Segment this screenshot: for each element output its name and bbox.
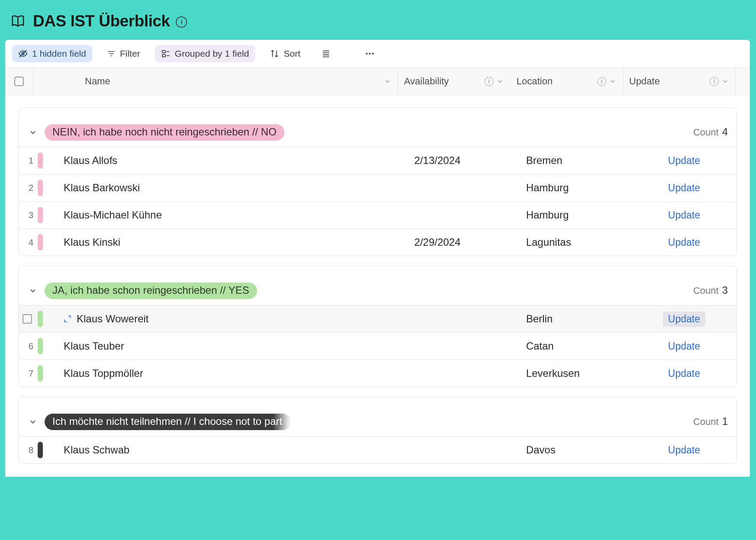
update-cell: Update <box>632 180 737 196</box>
location-cell[interactable]: Hamburg <box>520 182 632 194</box>
expand-record-icon[interactable] <box>64 315 71 323</box>
update-button[interactable]: Update <box>663 312 705 327</box>
group-header: STATUSNEIN, ich habe noch nicht reingesc… <box>19 108 737 147</box>
header-location-label: Location <box>517 76 552 87</box>
more-menu-button[interactable] <box>359 45 381 62</box>
table-row[interactable]: 7Klaus ToppmöllerLeverkusenUpdate <box>19 360 737 387</box>
status-color-bar <box>38 180 43 196</box>
location-cell[interactable]: Hamburg <box>520 209 632 221</box>
update-cell: Update <box>632 312 737 327</box>
header-name[interactable]: Name <box>33 68 398 95</box>
name-cell[interactable]: Klaus Wowereit <box>43 313 358 325</box>
group-header: STATUSIch möchte nicht teilnehmen // I c… <box>19 397 737 436</box>
group-block: STATUSJA, ich habe schon reingeschrieben… <box>18 266 737 387</box>
update-cell: Update <box>632 208 737 223</box>
sort-label: Sort <box>284 48 300 59</box>
info-icon: i <box>710 77 719 86</box>
row-height-icon <box>321 49 331 58</box>
header-availability[interactable]: Availability i <box>398 68 510 95</box>
filter-button[interactable]: Filter <box>101 45 146 62</box>
row-name: Klaus Wowereit <box>77 313 149 325</box>
row-name: Klaus Allofs <box>64 154 117 167</box>
header-name-label: Name <box>85 76 110 87</box>
status-pill: JA, ich habe schon reingeschrieben // YE… <box>45 283 257 299</box>
header-update[interactable]: Update i <box>623 68 736 95</box>
group-block: STATUSNEIN, ich habe noch nicht reingesc… <box>18 107 737 256</box>
eye-off-icon <box>18 49 28 58</box>
hidden-fields-button[interactable]: 1 hidden field <box>12 45 92 62</box>
location-cell[interactable]: Berlin <box>520 313 632 325</box>
table-row[interactable]: 6Klaus TeuberCatanUpdate <box>19 332 737 360</box>
sort-button[interactable]: Sort <box>264 45 307 62</box>
availability-cell[interactable]: 2/13/2024 <box>408 154 520 167</box>
name-cell[interactable]: Klaus Schwab <box>43 444 358 456</box>
name-cell[interactable]: Klaus Barkowski <box>43 182 358 194</box>
row-number: 4 <box>19 238 36 248</box>
location-cell[interactable]: Bremen <box>520 154 632 167</box>
svg-point-14 <box>369 53 371 55</box>
update-button[interactable]: Update <box>663 235 705 250</box>
availability-cell[interactable]: 2/29/2024 <box>408 236 520 248</box>
update-button[interactable]: Update <box>663 180 705 196</box>
row-number: 6 <box>19 341 36 351</box>
status-color-bar <box>38 365 43 382</box>
row-checkbox[interactable] <box>23 314 32 324</box>
filter-icon <box>107 49 116 58</box>
collapse-chevron-icon[interactable] <box>26 418 40 426</box>
header-location[interactable]: Location i <box>510 68 623 95</box>
group-button[interactable]: Grouped by 1 field <box>155 45 255 62</box>
table-row[interactable]: 4Klaus Kinski2/29/2024LagunitasUpdate <box>19 228 737 256</box>
row-height-button[interactable] <box>315 45 337 62</box>
group-count: Count 4 <box>693 126 728 138</box>
name-cell[interactable]: Klaus Teuber <box>43 340 358 352</box>
header-availability-label: Availability <box>404 76 449 87</box>
name-cell[interactable]: Klaus Kinski <box>43 236 358 248</box>
group-block: STATUSIch möchte nicht teilnehmen // I c… <box>18 397 737 464</box>
book-icon <box>10 13 27 29</box>
row-name: Klaus Toppmöller <box>64 367 143 379</box>
table-row[interactable]: 2Klaus BarkowskiHamburgUpdate <box>19 174 737 201</box>
filter-label: Filter <box>120 48 140 59</box>
view-toolbar: 1 hidden field Filter Grouped by 1 field <box>5 40 750 68</box>
status-color-bar <box>38 311 43 327</box>
row-name: Klaus Barkowski <box>64 182 140 194</box>
group-icon <box>161 49 171 58</box>
location-cell[interactable]: Catan <box>520 340 632 352</box>
status-color-bar <box>38 207 43 223</box>
collapse-chevron-icon[interactable] <box>26 128 40 137</box>
update-button[interactable]: Update <box>663 208 705 223</box>
name-cell[interactable]: Klaus Toppmöller <box>43 367 358 379</box>
row-number: 8 <box>19 445 36 455</box>
table-row[interactable]: 3Klaus-Michael KühneHamburgUpdate <box>19 201 737 228</box>
name-cell[interactable]: Klaus Allofs <box>43 154 358 167</box>
status-pill: NEIN, ich habe noch nicht reingeschriebe… <box>45 124 284 141</box>
chevron-down-icon <box>384 77 391 85</box>
table-header: Name Availability i Location i Update i <box>5 68 750 95</box>
chevron-down-icon <box>496 77 504 85</box>
row-name: Klaus Kinski <box>64 236 120 248</box>
location-cell[interactable]: Lagunitas <box>520 236 632 248</box>
row-name: Klaus Schwab <box>64 444 129 456</box>
row-name: Klaus-Michael Kühne <box>64 209 162 221</box>
update-button[interactable]: Update <box>663 339 705 354</box>
header-update-label: Update <box>629 76 660 87</box>
row-number: 3 <box>19 210 36 220</box>
update-button[interactable]: Update <box>663 366 705 381</box>
select-all-checkbox[interactable] <box>14 77 24 86</box>
status-color-bar <box>38 152 43 169</box>
page-title-bar: DAS IST Überblick i <box>0 0 756 40</box>
location-cell[interactable]: Leverkusen <box>520 367 632 379</box>
update-button[interactable]: Update <box>663 153 705 168</box>
group-label: Grouped by 1 field <box>175 48 249 59</box>
table-row[interactable]: 1Klaus Allofs2/13/2024BremenUpdate <box>19 147 737 174</box>
table-view: 1 hidden field Filter Grouped by 1 field <box>5 40 750 477</box>
table-row[interactable]: Klaus WowereitBerlinUpdate <box>19 305 737 332</box>
location-cell[interactable]: Davos <box>520 444 632 456</box>
name-cell[interactable]: Klaus-Michael Kühne <box>43 209 358 221</box>
status-color-bar <box>38 442 43 458</box>
svg-rect-5 <box>162 51 165 53</box>
collapse-chevron-icon[interactable] <box>26 286 40 295</box>
update-button[interactable]: Update <box>663 443 705 458</box>
table-row[interactable]: 8Klaus SchwabDavosUpdate <box>19 436 737 463</box>
info-icon[interactable]: i <box>176 16 187 28</box>
